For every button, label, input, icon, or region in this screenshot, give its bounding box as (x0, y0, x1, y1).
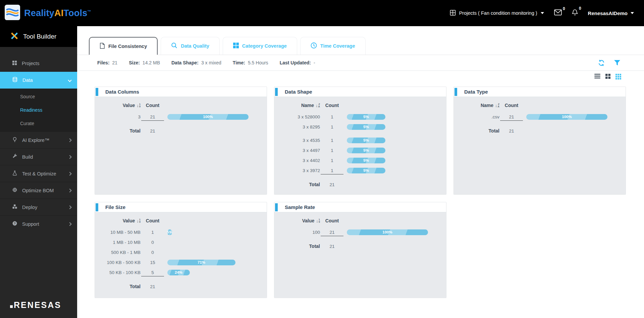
magnifier-icon (171, 42, 177, 50)
card-body: Value ↓19 Count 3 21 100% Total 21 (95, 97, 267, 136)
row-label: 10 MB - 50 MB (100, 230, 141, 235)
progress-label: 5% (363, 168, 369, 172)
card-file-size: File Size Value ↓19 Count 10 MB - 50 MB … (95, 202, 267, 298)
sidebar-item-optimize-bom[interactable]: Optimize BOM (0, 182, 77, 199)
column-header-count: Count (499, 103, 524, 108)
card-title: Data Columns (105, 89, 139, 95)
projects-menu[interactable]: Projects ( Fan condition monitoring ) (450, 10, 544, 17)
card-data-columns: Data Columns Value ↓19 Count 3 21 100% (95, 87, 267, 195)
table-row: 3 x 4535 1 5% (280, 135, 441, 145)
table-row: 3 x 528000 1 5% (280, 112, 441, 122)
field-label: Last Updated: (280, 60, 311, 65)
column-header-name[interactable]: Name ↓ZA (459, 103, 499, 108)
refresh-icon[interactable] (598, 59, 605, 66)
renesas-logo: RENESAS (0, 300, 77, 318)
tab-time-coverage[interactable]: Time Coverage (300, 37, 366, 55)
list-view-icon[interactable] (594, 74, 600, 78)
time-field: Time: 5.5 Hours (233, 60, 268, 65)
top-navbar: RealityAITools™ Projects ( Fan condition… (0, 0, 644, 26)
tab-category-coverage[interactable]: Category Coverage (223, 37, 297, 55)
card-body: Name ↓ZA Count .csv 21 100% Total 21 (454, 97, 626, 136)
column-header-count: Count (320, 103, 344, 108)
total-value: 21 (499, 128, 524, 134)
sidebar-item-deploy[interactable]: Deploy (0, 199, 77, 215)
row-count: 0 (141, 250, 165, 255)
card-accent-bar (96, 88, 98, 96)
sidebar-item-build[interactable]: Build (0, 148, 77, 165)
tab-file-consistency[interactable]: File Consistency (89, 37, 158, 55)
progress-label: 5% (363, 138, 369, 142)
table-row: 3 x 4497 1 5% (280, 145, 441, 155)
row-count: 1 (320, 114, 344, 119)
row-label: 500 KB - 1 MB (100, 250, 141, 255)
grid-2x2-view-icon[interactable] (605, 74, 610, 79)
size-field: Size: 14.2 MB (129, 60, 160, 65)
sidebar-subitem-curate[interactable]: Curate (0, 117, 77, 130)
sidebar-item-projects[interactable]: Projects (0, 55, 77, 72)
row-label: 3 x 3972 (280, 168, 320, 173)
table-row: .csv 21 100% (459, 112, 620, 122)
sidebar-item-label: AI Explore™ (22, 138, 49, 143)
sidebar-item-label: Support (22, 221, 39, 227)
chip-icon (12, 187, 17, 194)
row-count: 1 (320, 168, 344, 173)
notifications-button[interactable]: 0 (572, 9, 578, 17)
row-count: 1 (320, 124, 344, 129)
subitem-label: Curate (20, 121, 34, 126)
progress-label: 5% (167, 230, 173, 234)
main-content: File Consistency Data Quality Category C… (77, 26, 644, 318)
table-row: 100 KB - 500 KB 15 71% (100, 257, 261, 267)
tab-data-quality[interactable]: Data Quality (161, 37, 220, 55)
chevron-right-icon (68, 205, 71, 209)
column-header-value[interactable]: Value ↓19 (100, 103, 141, 108)
sort-alpha-icon: ↓ZA (316, 103, 320, 108)
sidebar-item-label: Data (22, 77, 33, 83)
sidebar-item-support[interactable]: ? Support (0, 215, 77, 232)
sidebar-item-ai-explore[interactable]: AI Explore™ (0, 131, 77, 148)
row-count: 1 (320, 158, 344, 163)
chevron-down-icon (68, 78, 71, 82)
card-header: Sample Rate (274, 202, 446, 212)
progress-label: 5% (363, 125, 369, 129)
flask-icon (12, 170, 17, 177)
card-title: Data Type (464, 89, 488, 95)
category-grid-icon (233, 43, 239, 49)
table-row: 3 x 3972 1 5% (280, 165, 441, 175)
sidebar-subitem-source[interactable]: Source (0, 90, 77, 103)
total-label: Total (100, 284, 141, 289)
sort-numeric-icon: ↓19 (137, 218, 141, 223)
column-header-value[interactable]: Value ↓19 (280, 218, 320, 223)
filter-icon[interactable] (614, 60, 621, 66)
clock-icon (311, 42, 317, 50)
column-header-value[interactable]: Value ↓19 (100, 218, 141, 223)
progress-bar: 5% (167, 229, 172, 235)
total-value: 21 (141, 128, 165, 134)
progress-label: 5% (363, 148, 369, 152)
card-accent-bar (275, 88, 278, 96)
row-label: 3 x 4402 (280, 158, 320, 163)
column-header-name[interactable]: Name ↓ZA (280, 103, 320, 108)
brand: RealityAITools™ (5, 5, 91, 21)
sidebar-subitem-readiness[interactable]: Readiness (0, 103, 77, 117)
tab-bar: File Consistency Data Quality Category C… (89, 37, 644, 55)
row-count: 15 (141, 260, 165, 265)
sidebar-item-data[interactable]: Data (0, 72, 77, 89)
table-row: 1 MB - 10 MB 0 (100, 237, 261, 247)
reality-ai-logo-icon (5, 5, 20, 21)
messages-button[interactable]: 0 (554, 9, 562, 17)
user-menu[interactable]: RenesasAIDemo (588, 10, 634, 16)
grid-3x3-view-icon[interactable] (615, 74, 621, 80)
cards-grid: Data Columns Value ↓19 Count 3 21 100% (77, 85, 644, 298)
table-header: Value ↓19 Count (100, 216, 261, 226)
total-row: Total 21 (280, 179, 441, 190)
table-header: Value ↓19 Count (100, 100, 261, 110)
progress-bar: 5% (347, 114, 385, 120)
sort-numeric-icon: ↓19 (316, 218, 320, 223)
progress-bar: 24% (167, 270, 190, 275)
card-header: File Size (95, 202, 267, 212)
sidebar-item-test-optimize[interactable]: Test & Optimize (0, 165, 77, 182)
view-switcher (77, 70, 644, 85)
table-header: Name ↓ZA Count (459, 100, 620, 110)
row-label: 1 MB - 10 MB (100, 240, 141, 245)
row-label: 50 KB - 100 KB (100, 270, 141, 275)
